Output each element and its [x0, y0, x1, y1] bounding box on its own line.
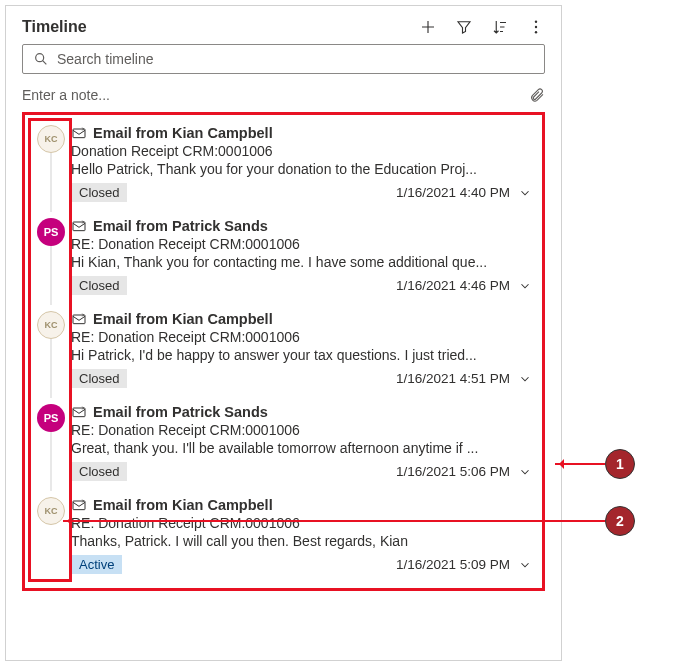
svg-rect-4 — [73, 129, 85, 138]
svg-rect-6 — [73, 315, 85, 324]
timeline-connector — [51, 339, 52, 398]
mail-icon — [71, 218, 87, 234]
item-footer: Active 1/16/2021 5:09 PM — [71, 555, 532, 574]
item-title: Email from Patrick Sands — [93, 404, 268, 420]
status-badge: Active — [71, 555, 122, 574]
mail-icon — [71, 497, 87, 513]
item-title: Email from Kian Campbell — [93, 497, 273, 513]
add-icon[interactable] — [419, 18, 437, 36]
item-subject: RE: Donation Receipt CRM:0001006 — [71, 329, 532, 345]
avatar-column: PS — [31, 218, 71, 295]
status-badge: Closed — [71, 462, 127, 481]
item-content: Email from Kian Campbell RE: Donation Re… — [71, 311, 532, 388]
timeline-item[interactable]: KC Email from Kian Campbell RE: Donation… — [29, 491, 538, 584]
more-icon[interactable] — [527, 18, 545, 36]
timestamp-wrap: 1/16/2021 5:06 PM — [396, 464, 532, 479]
item-content: Email from Patrick Sands RE: Donation Re… — [71, 218, 532, 295]
svg-point-0 — [535, 21, 537, 23]
item-title-row: Email from Kian Campbell — [71, 125, 532, 141]
chevron-down-icon[interactable] — [518, 465, 532, 479]
note-placeholder: Enter a note... — [22, 87, 110, 103]
chevron-down-icon[interactable] — [518, 186, 532, 200]
attachment-icon[interactable] — [529, 86, 545, 104]
timestamp: 1/16/2021 4:51 PM — [396, 371, 510, 386]
item-title-row: Email from Kian Campbell — [71, 311, 532, 327]
item-footer: Closed 1/16/2021 5:06 PM — [71, 462, 532, 481]
note-row[interactable]: Enter a note... — [22, 84, 545, 110]
timeline-connector — [51, 153, 52, 212]
search-box[interactable] — [22, 44, 545, 74]
timeline-header: Timeline — [22, 18, 545, 36]
item-title-row: Email from Patrick Sands — [71, 218, 532, 234]
chevron-down-icon[interactable] — [518, 279, 532, 293]
item-preview: Great, thank you. I'll be available tomo… — [71, 440, 511, 456]
status-badge: Closed — [71, 369, 127, 388]
item-footer: Closed 1/16/2021 4:46 PM — [71, 276, 532, 295]
item-title: Email from Kian Campbell — [93, 125, 273, 141]
timestamp: 1/16/2021 4:40 PM — [396, 185, 510, 200]
timeline-panel: Timeline Enter a note... KC Email from K… — [5, 5, 562, 661]
callout-arrow-2 — [63, 520, 605, 522]
svg-rect-7 — [73, 408, 85, 417]
timeline-toolbar — [419, 18, 545, 36]
callout-arrow-1 — [555, 463, 605, 465]
timestamp-wrap: 1/16/2021 5:09 PM — [396, 557, 532, 572]
item-preview: Thanks, Patrick. I will call you then. B… — [71, 533, 511, 549]
item-preview: Hi Kian, Thank you for contacting me. I … — [71, 254, 511, 270]
avatar: KC — [37, 311, 65, 339]
timestamp: 1/16/2021 5:09 PM — [396, 557, 510, 572]
item-content: Email from Kian Campbell RE: Donation Re… — [71, 497, 532, 574]
timestamp-wrap: 1/16/2021 4:46 PM — [396, 278, 532, 293]
callout-badge-1: 1 — [605, 449, 635, 479]
sort-icon[interactable] — [491, 18, 509, 36]
filter-icon[interactable] — [455, 18, 473, 36]
timeline-item[interactable]: KC Email from Kian Campbell RE: Donation… — [29, 305, 538, 398]
avatar-column: KC — [31, 311, 71, 388]
item-title: Email from Kian Campbell — [93, 311, 273, 327]
timeline-connector — [51, 432, 52, 491]
item-title-row: Email from Kian Campbell — [71, 497, 532, 513]
mail-icon — [71, 125, 87, 141]
item-content: Email from Patrick Sands RE: Donation Re… — [71, 404, 532, 481]
timestamp-wrap: 1/16/2021 4:40 PM — [396, 185, 532, 200]
avatar-column: KC — [31, 125, 71, 202]
item-title: Email from Patrick Sands — [93, 218, 268, 234]
timeline-connector — [51, 246, 52, 305]
item-preview: Hello Patrick, Thank you for your donati… — [71, 161, 511, 177]
avatar: KC — [37, 497, 65, 525]
status-badge: Closed — [71, 276, 127, 295]
timestamp-wrap: 1/16/2021 4:51 PM — [396, 371, 532, 386]
svg-rect-5 — [73, 222, 85, 231]
item-subject: Donation Receipt CRM:0001006 — [71, 143, 532, 159]
avatar: PS — [37, 218, 65, 246]
mail-icon — [71, 311, 87, 327]
timeline-item[interactable]: KC Email from Kian Campbell Donation Rec… — [29, 119, 538, 212]
svg-point-3 — [36, 54, 44, 62]
status-badge: Closed — [71, 183, 127, 202]
avatar-column: KC — [31, 497, 71, 574]
item-preview: Hi Patrick, I'd be happy to answer your … — [71, 347, 511, 363]
svg-rect-8 — [73, 501, 85, 510]
item-subject: RE: Donation Receipt CRM:0001006 — [71, 422, 532, 438]
mail-icon — [71, 404, 87, 420]
item-footer: Closed 1/16/2021 4:51 PM — [71, 369, 532, 388]
timeline-item[interactable]: PS Email from Patrick Sands RE: Donation… — [29, 398, 538, 491]
avatar-column: PS — [31, 404, 71, 481]
search-icon — [33, 51, 49, 67]
search-input[interactable] — [57, 51, 534, 67]
svg-point-1 — [535, 26, 537, 28]
callout-badge-2: 2 — [605, 506, 635, 536]
item-title-row: Email from Patrick Sands — [71, 404, 532, 420]
timestamp: 1/16/2021 4:46 PM — [396, 278, 510, 293]
avatar: KC — [37, 125, 65, 153]
avatar: PS — [37, 404, 65, 432]
item-subject: RE: Donation Receipt CRM:0001006 — [71, 236, 532, 252]
timestamp: 1/16/2021 5:06 PM — [396, 464, 510, 479]
item-footer: Closed 1/16/2021 4:40 PM — [71, 183, 532, 202]
item-content: Email from Kian Campbell Donation Receip… — [71, 125, 532, 202]
chevron-down-icon[interactable] — [518, 372, 532, 386]
item-subject: RE: Donation Receipt CRM:0001006 — [71, 515, 532, 531]
svg-point-2 — [535, 31, 537, 33]
timeline-item[interactable]: PS Email from Patrick Sands RE: Donation… — [29, 212, 538, 305]
chevron-down-icon[interactable] — [518, 558, 532, 572]
